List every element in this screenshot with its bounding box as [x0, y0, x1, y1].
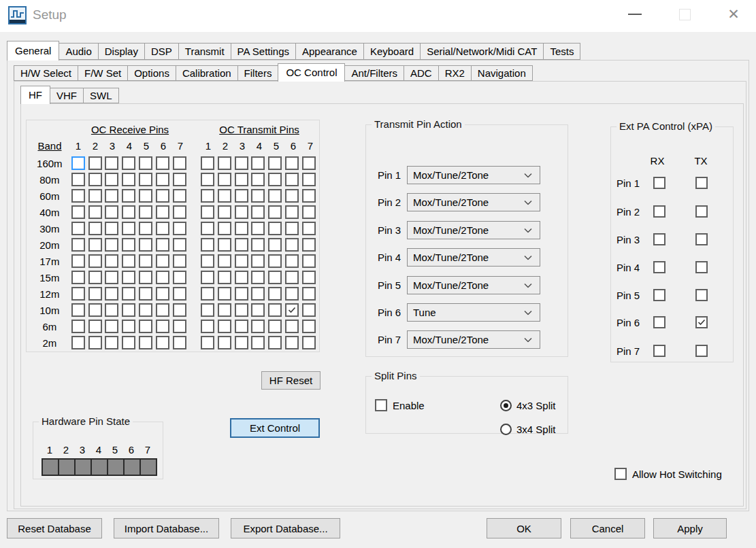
tab-f-w-set[interactable]: F/W Set	[78, 65, 128, 81]
checkbox-transmit-40m-pin3[interactable]	[235, 205, 248, 219]
checkbox-receive-17m-pin4[interactable]	[122, 254, 135, 268]
checkbox-receive-17m-pin1[interactable]	[71, 254, 85, 268]
checkbox-receive-12m-pin2[interactable]	[88, 287, 102, 301]
checkbox-receive-10m-pin4[interactable]	[122, 303, 135, 317]
checkbox-receive-10m-pin1[interactable]	[71, 303, 85, 317]
checkbox-transmit-20m-pin5[interactable]	[268, 238, 282, 252]
tab-keyboard[interactable]: Keyboard	[363, 43, 421, 60]
checkbox-receive-20m-pin4[interactable]	[122, 238, 135, 252]
checkbox-transmit-15m-pin1[interactable]	[201, 271, 214, 284]
ext-pa-pin1-tx-checkbox[interactable]	[695, 177, 708, 189]
checkbox-receive-15m-pin1[interactable]	[71, 271, 85, 284]
checkbox-receive-2m-pin7[interactable]	[173, 336, 186, 349]
checkbox-transmit-160m-pin1[interactable]	[201, 156, 214, 170]
reset-database-button[interactable]: Reset Database	[7, 518, 102, 538]
tab-h-w-select[interactable]: H/W Select	[14, 65, 78, 81]
import-database-button[interactable]: Import Database...	[114, 518, 219, 538]
checkbox-transmit-80m-pin2[interactable]	[218, 173, 231, 186]
checkbox-receive-15m-pin2[interactable]	[88, 271, 102, 284]
checkbox-transmit-10m-pin2[interactable]	[218, 303, 231, 317]
checkbox-receive-40m-pin3[interactable]	[105, 205, 118, 219]
checkbox-receive-2m-pin2[interactable]	[88, 336, 102, 349]
checkbox-transmit-80m-pin5[interactable]	[268, 173, 282, 186]
tab-hf[interactable]: HF	[20, 86, 50, 104]
checkbox-receive-17m-pin2[interactable]	[88, 254, 102, 268]
ok-button[interactable]: OK	[487, 518, 561, 538]
checkbox-transmit-20m-pin3[interactable]	[235, 238, 248, 252]
checkbox-transmit-12m-pin5[interactable]	[268, 287, 282, 301]
checkbox-transmit-20m-pin1[interactable]	[201, 238, 214, 252]
checkbox-transmit-17m-pin1[interactable]	[201, 254, 214, 268]
checkbox-transmit-160m-pin2[interactable]	[218, 156, 231, 170]
checkbox-transmit-80m-pin1[interactable]	[201, 173, 214, 186]
checkbox-receive-20m-pin2[interactable]	[88, 238, 102, 252]
checkbox-receive-30m-pin3[interactable]	[105, 222, 118, 235]
checkbox-transmit-6m-pin1[interactable]	[201, 320, 214, 333]
pin-6-action-dropdown[interactable]: Tune	[407, 303, 540, 322]
checkbox-transmit-17m-pin5[interactable]	[268, 254, 282, 268]
split-enable-checkbox[interactable]	[375, 399, 387, 411]
tab-pa-settings[interactable]: PA Settings	[231, 43, 296, 60]
checkbox-transmit-40m-pin7[interactable]	[302, 205, 316, 219]
checkbox-transmit-2m-pin3[interactable]	[235, 336, 248, 349]
checkbox-transmit-12m-pin1[interactable]	[201, 287, 214, 301]
checkbox-receive-60m-pin4[interactable]	[122, 189, 135, 203]
checkbox-receive-40m-pin4[interactable]	[122, 205, 135, 219]
tab-tests[interactable]: Tests	[543, 43, 580, 60]
checkbox-receive-40m-pin2[interactable]	[88, 205, 102, 219]
checkbox-receive-160m-pin2[interactable]	[88, 156, 102, 170]
checkbox-transmit-15m-pin7[interactable]	[302, 271, 316, 284]
checkbox-transmit-30m-pin1[interactable]	[201, 222, 214, 235]
tab-transmit[interactable]: Transmit	[178, 43, 231, 60]
checkbox-receive-20m-pin1[interactable]	[71, 238, 85, 252]
checkbox-transmit-60m-pin5[interactable]	[268, 189, 282, 203]
checkbox-receive-17m-pin6[interactable]	[156, 254, 169, 268]
close-button[interactable]: ✕	[718, 0, 749, 29]
checkbox-transmit-40m-pin2[interactable]	[218, 205, 231, 219]
checkbox-transmit-80m-pin7[interactable]	[302, 173, 316, 186]
checkbox-receive-15m-pin7[interactable]	[173, 271, 186, 284]
ext-pa-pin4-tx-checkbox[interactable]	[695, 261, 708, 273]
ext-pa-pin2-tx-checkbox[interactable]	[695, 205, 708, 218]
radio-4x3-split[interactable]	[500, 400, 512, 411]
checkbox-receive-15m-pin6[interactable]	[156, 271, 169, 284]
checkbox-receive-10m-pin3[interactable]	[105, 303, 118, 317]
tab-display[interactable]: Display	[98, 43, 145, 60]
checkbox-transmit-6m-pin6[interactable]	[285, 320, 299, 333]
checkbox-transmit-20m-pin7[interactable]	[302, 238, 316, 252]
checkbox-transmit-30m-pin4[interactable]	[251, 222, 265, 235]
apply-button[interactable]: Apply	[653, 518, 727, 538]
tab-vhf[interactable]: VHF	[50, 88, 84, 103]
checkbox-transmit-60m-pin6[interactable]	[285, 189, 299, 203]
checkbox-transmit-30m-pin2[interactable]	[218, 222, 231, 235]
checkbox-receive-17m-pin5[interactable]	[139, 254, 152, 268]
checkbox-receive-12m-pin6[interactable]	[156, 287, 169, 301]
radio-3x4-split[interactable]	[500, 424, 512, 435]
checkbox-receive-20m-pin6[interactable]	[156, 238, 169, 252]
ext-control-button[interactable]: Ext Control	[230, 418, 320, 438]
checkbox-transmit-10m-pin7[interactable]	[302, 303, 316, 317]
tab-rx2[interactable]: RX2	[438, 65, 472, 81]
checkbox-transmit-12m-pin2[interactable]	[218, 287, 231, 301]
tab-filters[interactable]: Filters	[237, 65, 279, 81]
checkbox-transmit-40m-pin4[interactable]	[251, 205, 265, 219]
checkbox-receive-20m-pin3[interactable]	[105, 238, 118, 252]
pin-5-action-dropdown[interactable]: Mox/Tune/2Tone	[407, 276, 540, 294]
checkbox-transmit-12m-pin6[interactable]	[285, 287, 299, 301]
checkbox-receive-2m-pin6[interactable]	[156, 336, 169, 349]
checkbox-receive-12m-pin5[interactable]	[139, 287, 152, 301]
checkbox-transmit-40m-pin6[interactable]	[285, 205, 299, 219]
checkbox-transmit-160m-pin3[interactable]	[235, 156, 248, 170]
checkbox-transmit-6m-pin3[interactable]	[235, 320, 248, 333]
checkbox-receive-30m-pin2[interactable]	[88, 222, 102, 235]
checkbox-transmit-60m-pin1[interactable]	[201, 189, 214, 203]
checkbox-receive-40m-pin5[interactable]	[139, 205, 152, 219]
checkbox-transmit-2m-pin4[interactable]	[251, 336, 265, 349]
checkbox-receive-160m-pin5[interactable]	[139, 156, 152, 170]
checkbox-transmit-160m-pin5[interactable]	[268, 156, 282, 170]
checkbox-transmit-40m-pin5[interactable]	[268, 205, 282, 219]
checkbox-transmit-10m-pin4[interactable]	[251, 303, 265, 317]
checkbox-transmit-40m-pin1[interactable]	[201, 205, 214, 219]
checkbox-receive-60m-pin1[interactable]	[71, 189, 85, 203]
checkbox-transmit-6m-pin7[interactable]	[302, 320, 316, 333]
